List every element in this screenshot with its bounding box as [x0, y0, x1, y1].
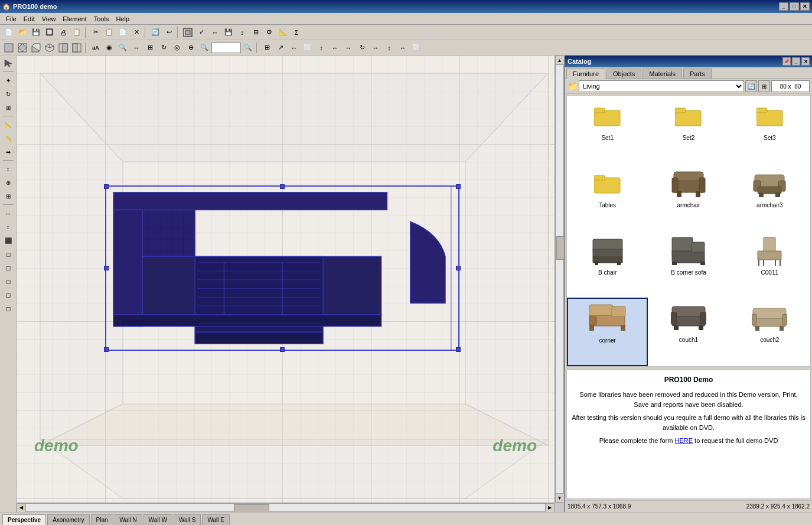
dist-button[interactable]: ↕ — [315, 41, 328, 54]
undo-button[interactable]: ↩ — [162, 26, 175, 39]
calc-button[interactable]: Σ — [290, 26, 303, 39]
front-tool[interactable]: ◻ — [2, 247, 15, 260]
flip2-button[interactable]: ↔ — [369, 41, 382, 54]
tab-wall-s[interactable]: Wall S — [174, 514, 201, 525]
tab-parts[interactable]: Parts — [683, 69, 712, 79]
new-button[interactable]: 📄 — [2, 26, 15, 39]
mirror-button[interactable]: ↕ — [383, 41, 396, 54]
catalog-item-couch1[interactable]: couch1 — [648, 298, 729, 366]
select-tool[interactable] — [2, 57, 15, 70]
catalog-size-input[interactable] — [771, 80, 810, 92]
group-button[interactable]: ↔ — [396, 41, 409, 54]
catalog-item-set1[interactable]: Set1 — [567, 96, 648, 163]
scroll-track-h[interactable] — [26, 503, 545, 512]
settings-button[interactable]: ⚙ — [263, 26, 276, 39]
flip-button[interactable]: ↔ — [342, 41, 355, 54]
view-3d[interactable] — [30, 41, 43, 54]
grid-button[interactable]: ⊞ — [249, 26, 262, 39]
catalog-minimize-button[interactable]: _ — [792, 57, 800, 66]
sym-button[interactable]: ↔ — [288, 41, 301, 54]
tab-plan[interactable]: Plan — [91, 514, 113, 525]
view-top[interactable] — [16, 41, 29, 54]
dimensions-button[interactable]: ↔ — [208, 26, 221, 39]
handle-mr[interactable] — [456, 266, 461, 270]
align-tool[interactable]: ⬛ — [2, 234, 15, 247]
align-button[interactable]: ⬜ — [301, 41, 314, 54]
group-tool[interactable]: ↔ — [2, 207, 15, 220]
handle-tl[interactable] — [104, 184, 109, 189]
catalog-item-bchair[interactable]: B chair — [567, 230, 648, 298]
window-tool[interactable]: ➡ — [2, 145, 15, 158]
handle-tc[interactable] — [280, 184, 285, 189]
copy-button[interactable]: 📋 — [103, 26, 116, 39]
print-preview-button[interactable]: 📋 — [70, 26, 83, 39]
catalog-item-bcornersofa[interactable]: B corner sofa — [648, 230, 729, 298]
maximize-button[interactable]: □ — [790, 2, 799, 11]
catalog-refresh-button[interactable]: 🔄 — [745, 80, 757, 92]
crosshair-button[interactable]: ⊕ — [184, 41, 197, 54]
menu-edit[interactable]: Edit — [20, 14, 38, 24]
zoom-in-button[interactable]: 🔍 — [242, 41, 255, 54]
color-tool[interactable]: ⊞ — [2, 190, 15, 203]
text-button[interactable]: aA — [89, 41, 102, 54]
menu-element[interactable]: Element — [59, 14, 90, 24]
view-iso[interactable] — [43, 41, 56, 54]
handle-bc[interactable] — [280, 347, 285, 352]
catalog-pin-button[interactable]: 📌 — [782, 57, 791, 66]
scroll-right-button[interactable]: ▶ — [545, 503, 555, 513]
prop-button[interactable]: ⬜ — [410, 41, 423, 54]
tab-axonometry[interactable]: Axonometry — [47, 514, 89, 525]
catalog-item-set3[interactable]: Set3 — [729, 96, 810, 163]
target-button[interactable]: ◎ — [171, 41, 184, 54]
tab-materials[interactable]: Materials — [643, 69, 682, 79]
search-button[interactable]: 🔍 — [116, 41, 129, 54]
catalog-item-armchair3[interactable]: armchair3 — [729, 163, 810, 230]
snap-grid[interactable]: ⊞ — [260, 41, 273, 54]
catalog-item-tables[interactable]: Tables — [567, 163, 648, 230]
move-button[interactable]: ↗ — [274, 41, 287, 54]
handle-ml[interactable] — [104, 266, 109, 270]
check-button[interactable]: ✓ — [195, 26, 208, 39]
dimension-tool[interactable]: ↕ — [2, 162, 15, 175]
paste-button[interactable]: 📄 — [116, 26, 129, 39]
view3d-button[interactable] — [181, 26, 194, 39]
viewport[interactable]: demo demo — [17, 56, 555, 503]
demo-panel-link[interactable]: HERE — [674, 437, 693, 444]
furniture-object[interactable] — [105, 185, 459, 351]
zoom-button[interactable]: 🔍 — [198, 41, 211, 54]
circle-button[interactable]: ◉ — [103, 41, 116, 54]
rotate-tool[interactable]: ↻ — [2, 87, 15, 100]
handle-br[interactable] — [456, 347, 461, 352]
tab-wall-e[interactable]: Wall E — [202, 514, 230, 525]
zoom-input[interactable] — [211, 43, 241, 53]
handle-bl[interactable] — [104, 347, 109, 352]
horizontal-scrollbar[interactable]: ◀ ▶ — [17, 503, 555, 512]
tab-wall-n[interactable]: Wall N — [115, 514, 142, 525]
catalog-dropdown[interactable]: Living — [579, 80, 744, 92]
import-button[interactable]: ↕ — [236, 26, 249, 39]
catalog-close-button[interactable]: ✕ — [801, 57, 810, 66]
save-as-button[interactable]: 🔲 — [43, 26, 56, 39]
scroll-track-v[interactable] — [555, 65, 564, 493]
open-button[interactable]: 📂 — [16, 26, 29, 39]
tab-wall-w[interactable]: Wall W — [144, 514, 172, 525]
close-button[interactable]: ✕ — [800, 2, 810, 11]
catalog-item-armchair[interactable]: armchair — [648, 163, 729, 230]
menu-tools[interactable]: Tools — [90, 14, 113, 24]
scale-tool[interactable]: ⊞ — [2, 101, 15, 114]
vertical-scrollbar[interactable]: ▲ ▼ — [555, 56, 564, 503]
handle-tr[interactable] — [456, 184, 461, 189]
menu-file[interactable]: File — [2, 14, 20, 24]
refresh-button[interactable]: 🔄 — [149, 26, 162, 39]
scroll-left-button[interactable]: ◀ — [17, 503, 26, 513]
tab-perspective[interactable]: Perspective — [2, 514, 46, 525]
delete-button[interactable]: ✕ — [130, 26, 143, 39]
catalog-grid-button[interactable]: ⊞ — [758, 80, 770, 92]
catalog-item-c0011[interactable]: C0011 — [729, 230, 810, 298]
view-left[interactable] — [57, 41, 70, 54]
resize-button[interactable]: ↔ — [130, 41, 143, 54]
rotate2-button[interactable]: ↻ — [356, 41, 369, 54]
canvas-area[interactable]: demo demo ▲ ▼ ◀ ▶ — [17, 56, 564, 512]
scroll-thumb-h[interactable] — [234, 504, 269, 512]
layer-tool[interactable]: ◻ — [2, 275, 15, 288]
